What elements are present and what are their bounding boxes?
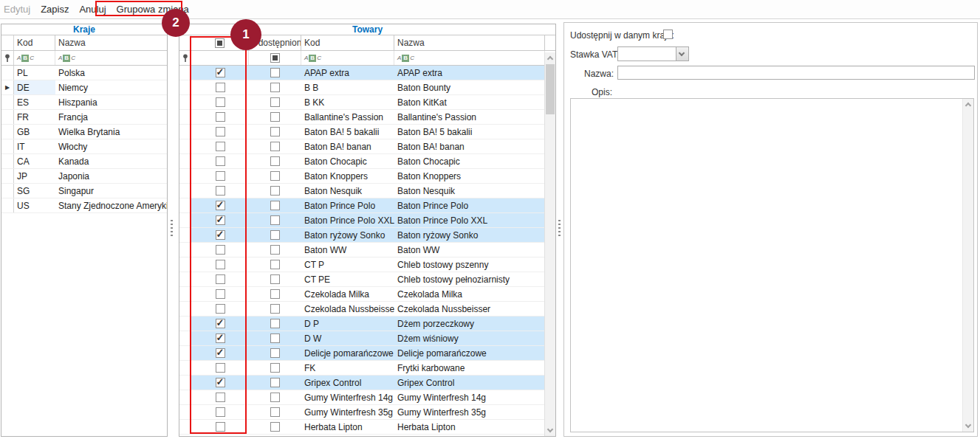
row-select-checkbox[interactable] — [216, 97, 225, 107]
table-row[interactable]: D PDżem porzeczkowy — [179, 317, 555, 331]
udostepniony-cell[interactable] — [249, 66, 301, 80]
row-select-checkbox[interactable] — [216, 215, 225, 225]
scroll-up-icon[interactable] — [965, 103, 971, 108]
kod-cell[interactable]: Baton BA! 5 bakalii — [301, 125, 394, 139]
select-all-checkbox-cell[interactable] — [191, 35, 249, 50]
select-cell[interactable] — [191, 331, 249, 345]
nazwa-cell[interactable]: Chleb tostowy pszenny — [394, 257, 545, 272]
nazwa-cell[interactable]: Gumy Winterfresh 35g — [394, 405, 545, 419]
udostepniony-checkbox[interactable] — [270, 142, 280, 151]
table-row[interactable]: Baton Prince PoloBaton Prince Polo — [179, 198, 555, 213]
kod-cell[interactable]: B B — [301, 80, 394, 94]
udostepniony-checkbox[interactable] — [270, 68, 280, 77]
select-cell[interactable] — [191, 80, 249, 94]
table-row[interactable]: Baton ChocapicBaton Chocapic — [179, 154, 555, 169]
table-row[interactable]: PLPolska — [1, 66, 167, 80]
nazwa-cell[interactable]: Delicje pomarańczowe — [394, 346, 545, 360]
table-row[interactable]: Delicje pomarańczoweDelicje pomarańczowe — [179, 346, 555, 361]
nazwa-cell[interactable]: Baton Chocapic — [394, 154, 545, 168]
nazwa-cell[interactable]: Francja — [55, 110, 167, 124]
kod-cell[interactable]: Baton Prince Polo — [301, 198, 394, 212]
nazwa-cell[interactable]: Dżem wiśniowy — [394, 331, 545, 345]
select-cell[interactable] — [191, 243, 249, 257]
select-cell[interactable] — [191, 257, 249, 272]
udostepniony-cell[interactable] — [249, 317, 301, 331]
kod-cell[interactable]: FR — [14, 110, 55, 124]
select-cell[interactable] — [191, 125, 249, 139]
udostepniony-checkbox[interactable] — [270, 201, 280, 210]
table-row[interactable]: ▶DENiemcy — [1, 80, 167, 95]
table-row[interactable]: CT PEChleb tostowy pełnoziarnisty — [179, 272, 555, 287]
nazwa-cell[interactable]: Baton Prince Polo XXL — [394, 213, 545, 227]
udostepniony-checkbox[interactable] — [270, 393, 280, 402]
udostepniony-cell[interactable] — [249, 198, 301, 212]
nazwa-cell[interactable]: Polska — [55, 66, 167, 80]
table-row[interactable]: Baton ryżowy SonkoBaton ryżowy Sonko — [179, 228, 555, 243]
select-all-checkbox[interactable] — [215, 38, 225, 48]
kod-cell[interactable]: GB — [14, 125, 55, 139]
table-row[interactable]: JPJaponia — [1, 169, 167, 184]
share-in-country-checkbox[interactable] — [663, 30, 673, 39]
udostepniony-cell[interactable] — [249, 302, 301, 316]
udostepniony-cell[interactable] — [249, 287, 301, 301]
row-select-checkbox[interactable] — [216, 393, 225, 402]
select-cell[interactable] — [191, 346, 249, 360]
table-row[interactable]: Baton WWBaton WW — [179, 243, 555, 257]
nazwa-cell[interactable]: Niemcy — [55, 80, 167, 94]
kod-cell[interactable]: D P — [301, 317, 394, 331]
table-row[interactable]: D WDżem wiśniowy — [179, 331, 555, 346]
filter-udostepniony[interactable] — [249, 51, 301, 65]
table-row[interactable]: Gumy Winterfresh 35gGumy Winterfresh 35g — [179, 405, 555, 420]
nazwa-cell[interactable]: Baton WW — [394, 243, 545, 257]
nazwa-cell[interactable]: Wielka Brytania — [55, 125, 167, 139]
save-button[interactable]: Zapisz — [41, 4, 69, 15]
scroll-down-icon[interactable] — [965, 422, 971, 428]
nazwa-cell[interactable]: Włochy — [55, 139, 167, 153]
row-select-checkbox[interactable] — [216, 363, 225, 373]
kod-cell[interactable]: Czekolada Milka — [301, 287, 394, 301]
kod-cell[interactable]: Baton BA! banan — [301, 139, 394, 153]
table-row[interactable]: SGSingapur — [1, 184, 167, 198]
group-change-button[interactable]: Grupowa zmiana — [117, 4, 189, 15]
row-select-checkbox[interactable] — [216, 83, 225, 92]
table-row[interactable]: Gripex ControlGripex Control — [179, 376, 555, 390]
udostepniony-cell[interactable] — [249, 405, 301, 419]
table-row[interactable]: ESHiszpania — [1, 95, 167, 110]
nazwa-cell[interactable]: Baton KitKat — [394, 95, 545, 109]
udostepniony-checkbox[interactable] — [270, 407, 280, 417]
row-select-checkbox[interactable] — [216, 348, 225, 358]
nazwa-cell[interactable]: Stany Zjednoczone Ameryki — [55, 198, 167, 212]
table-row[interactable]: FRFrancja — [1, 110, 167, 125]
filter-kod[interactable]: ABC — [301, 51, 394, 65]
table-row[interactable]: Herbata LiptonHerbata Lipton — [179, 420, 555, 435]
nazwa-cell[interactable]: Gripex Control — [394, 376, 545, 390]
nazwa-cell[interactable]: Czekolada Milka — [394, 287, 545, 301]
kod-cell[interactable]: CA — [14, 154, 55, 168]
select-cell[interactable] — [191, 110, 249, 124]
vat-rate-combobox[interactable] — [617, 46, 689, 61]
select-cell[interactable] — [191, 420, 249, 434]
nazwa-cell[interactable]: Baton Prince Polo — [394, 198, 545, 212]
kod-cell[interactable]: Baton ryżowy Sonko — [301, 228, 394, 242]
kod-cell[interactable]: FK — [301, 361, 394, 375]
nazwa-cell[interactable]: Singapur — [55, 184, 167, 198]
row-select-checkbox[interactable] — [216, 156, 225, 166]
table-row[interactable]: Baton Prince Polo XXLBaton Prince Polo X… — [179, 213, 555, 228]
splitter-handle-right[interactable] — [558, 220, 561, 238]
select-cell[interactable] — [191, 272, 249, 286]
filter-kod[interactable]: ABC — [14, 51, 55, 65]
kod-cell[interactable]: US — [14, 198, 55, 212]
udostepniony-checkbox[interactable] — [270, 156, 280, 166]
udostepniony-cell[interactable] — [249, 228, 301, 242]
udostepniony-cell[interactable] — [249, 169, 301, 183]
udostepniony-checkbox[interactable] — [270, 171, 280, 181]
udostepniony-cell[interactable] — [249, 184, 301, 198]
description-textarea[interactable] — [570, 98, 974, 432]
udostepniony-checkbox[interactable] — [270, 363, 280, 373]
row-select-checkbox[interactable] — [216, 230, 225, 240]
udostepniony-cell[interactable] — [249, 154, 301, 168]
kod-cell[interactable]: Baton Nesquik — [301, 184, 394, 198]
row-select-checkbox[interactable] — [216, 142, 225, 151]
row-select-checkbox[interactable] — [216, 304, 225, 314]
column-header-nazwa[interactable]: Nazwa — [394, 35, 545, 50]
